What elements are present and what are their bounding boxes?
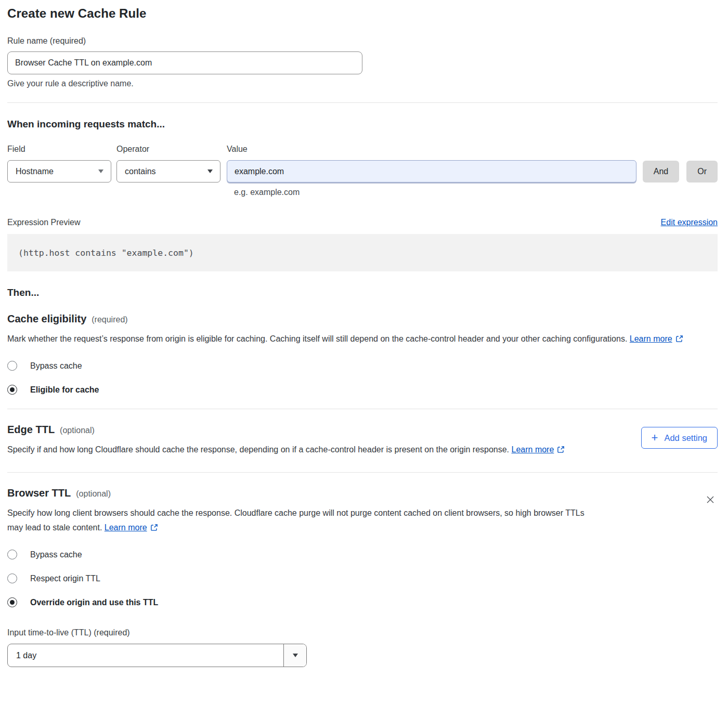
edit-expression-link[interactable]: Edit expression — [661, 218, 718, 227]
add-setting-button[interactable]: + Add setting — [641, 427, 718, 449]
match-row: Hostname contains And Or — [7, 160, 718, 182]
radio-bypass-cache[interactable]: Bypass cache — [7, 361, 718, 371]
external-link-icon — [675, 335, 683, 344]
expression-code-block: (http.host contains "example.com") — [7, 234, 718, 271]
ttl-input-label: Input time-to-live (TTL) (required) — [7, 628, 718, 637]
rule-name-label: Rule name (required) — [7, 36, 718, 46]
external-link-icon — [150, 524, 158, 533]
divider — [7, 472, 718, 473]
ttl-select-arrow-button[interactable] — [283, 644, 306, 667]
browser-ttl-section: Browser TTL (optional) Specify how long … — [7, 487, 718, 536]
divider — [7, 409, 718, 409]
radio-label: Bypass cache — [30, 361, 82, 371]
add-setting-label: Add setting — [664, 433, 707, 443]
and-button[interactable]: And — [643, 161, 679, 182]
chevron-down-icon — [207, 170, 213, 173]
ttl-select[interactable]: 1 day — [7, 644, 307, 667]
expression-header: Expression Preview Edit expression — [7, 218, 718, 227]
value-helper: e.g. example.com — [234, 188, 718, 197]
rule-name-input[interactable] — [7, 51, 362, 74]
cache-eligibility-description: Mark whether the request’s response from… — [7, 332, 707, 347]
chevron-down-icon — [98, 170, 103, 173]
edge-ttl-description: Specify if and how long Cloudflare shoul… — [7, 442, 565, 458]
create-cache-rule-form: Create new Cache Rule Rule name (require… — [0, 0, 728, 683]
radio-label: Bypass cache — [30, 550, 82, 559]
remove-browser-ttl-button[interactable] — [703, 492, 718, 507]
edge-ttl-title: Edge TTL — [7, 424, 55, 436]
description-text: Specify if and how long Cloudflare shoul… — [7, 445, 509, 454]
optional-tag: (optional) — [60, 426, 95, 435]
operator-label: Operator — [116, 145, 227, 154]
required-tag: (required) — [92, 315, 127, 324]
learn-more-link[interactable]: Learn more — [105, 523, 147, 532]
field-label: Field — [7, 145, 116, 154]
expression-preview-label: Expression Preview — [7, 218, 81, 227]
radio-icon — [7, 385, 17, 395]
edge-ttl-section: Edge TTL (optional) Specify if and how l… — [7, 424, 718, 458]
radio-label: Override origin and use this TTL — [30, 598, 158, 607]
radio-respect-origin-ttl[interactable]: Respect origin TTL — [7, 573, 718, 583]
radio-label: Eligible for cache — [30, 385, 99, 395]
description-text: Specify how long client browsers should … — [7, 509, 584, 532]
value-label: Value — [227, 145, 248, 154]
ttl-select-value: 1 day — [8, 644, 283, 667]
value-input[interactable] — [227, 160, 636, 182]
radio-icon — [7, 550, 17, 559]
radio-bypass-cache[interactable]: Bypass cache — [7, 550, 718, 559]
page-title: Create new Cache Rule — [7, 6, 718, 21]
plus-icon: + — [652, 432, 658, 444]
then-heading: Then... — [7, 287, 718, 298]
cache-eligibility-options: Bypass cache Eligible for cache — [7, 361, 718, 395]
radio-eligible-for-cache[interactable]: Eligible for cache — [7, 385, 718, 395]
learn-more-link[interactable]: Learn more — [512, 445, 554, 454]
expression-code: (http.host contains "example.com") — [18, 248, 194, 258]
description-text: Mark whether the request’s response from… — [7, 334, 627, 343]
radio-override-origin-ttl[interactable]: Override origin and use this TTL — [7, 597, 718, 607]
learn-more-link[interactable]: Learn more — [630, 334, 672, 343]
browser-ttl-title: Browser TTL — [7, 487, 71, 499]
close-icon — [705, 494, 716, 505]
radio-icon — [7, 573, 17, 583]
or-button[interactable]: Or — [686, 161, 718, 182]
cache-eligibility-header: Cache eligibility (required) — [7, 313, 718, 325]
rule-name-helper: Give your rule a descriptive name. — [7, 79, 718, 88]
radio-label: Respect origin TTL — [30, 574, 100, 583]
chevron-down-icon — [293, 654, 298, 657]
external-link-icon — [557, 446, 565, 455]
radio-icon — [7, 597, 17, 607]
operator-select[interactable]: contains — [116, 160, 220, 182]
browser-ttl-description: Specify how long client browsers should … — [7, 506, 590, 536]
match-column-labels: Field Operator Value — [7, 145, 718, 154]
radio-icon — [7, 361, 17, 371]
ttl-input-block: Input time-to-live (TTL) (required) 1 da… — [7, 628, 718, 667]
match-section-heading: When incoming requests match... — [7, 119, 718, 130]
field-select[interactable]: Hostname — [7, 160, 111, 182]
browser-ttl-options: Bypass cache Respect origin TTL Override… — [7, 550, 718, 607]
divider — [7, 102, 718, 103]
operator-select-value: contains — [125, 167, 156, 176]
optional-tag: (optional) — [76, 489, 111, 499]
field-select-value: Hostname — [16, 167, 54, 176]
cache-eligibility-title: Cache eligibility — [7, 313, 86, 325]
